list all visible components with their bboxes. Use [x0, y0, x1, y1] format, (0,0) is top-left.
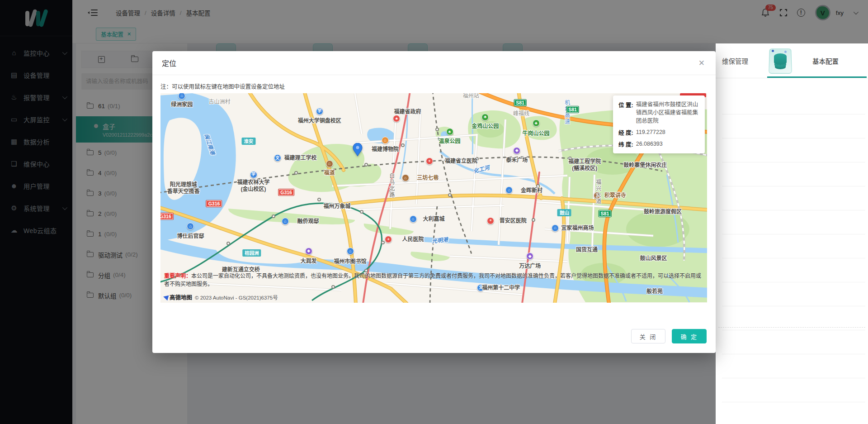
latitude-label: 纬 度: — [618, 140, 633, 148]
active-tab-underline — [767, 76, 867, 78]
close-button[interactable]: 关 闭 — [631, 329, 666, 343]
location-modal: 定位 ✕ 注：可以使用鼠标左键在地图中设置设备定位地址 — [152, 51, 716, 353]
form-rows-edge — [722, 91, 865, 424]
map-disclaimer: 重要声明：本公司是一家自动化公司，不具备大地测绘资质，也没有地图业务。我司的地图… — [164, 272, 703, 288]
amap-brand: 高德地图 — [170, 293, 192, 301]
longitude-value: 119.277228 — [636, 128, 665, 137]
modal-close-icon[interactable]: ✕ — [698, 59, 705, 67]
disclaimer-text: 本公司是一家自动化公司，不具备大地测绘资质，也没有地图业务。我司的地图数据源自于… — [164, 273, 701, 287]
map-copyright: © 2023 AutoNavi - GS(2021)6375号 — [195, 294, 278, 301]
tab-basic-config[interactable]: 基本配置 — [812, 56, 839, 66]
tab-maintenance[interactable]: 维保管理 — [722, 56, 748, 66]
modal-title: 定位 — [162, 57, 176, 68]
location-label: 位 置: — [618, 100, 633, 125]
longitude-label: 经 度: — [618, 128, 633, 137]
location-info-box: 位 置: 福建省福州市鼓楼区洪山镇西凤小区福建省福能集团总医院 经 度: 119… — [613, 95, 705, 153]
amap-triangle-icon — [163, 294, 169, 300]
disclaimer-prefix: 重要声明： — [164, 273, 191, 279]
amap-logo: 高德地图 — [163, 293, 192, 301]
map[interactable]: ⌂学★♣♣♣⌂文⌂+◆⌂⌂学⌂⌂+⌂⌂+◆⌂⌂◆文 绿洲家园古山洲村福州站福州大… — [160, 93, 707, 303]
content-right-panel: 维保管理 基本配置 — [716, 43, 868, 424]
modal-note: 注：可以使用鼠标左键在地图中设置设备定位地址 — [160, 82, 708, 91]
latitude-value: 26.086393 — [636, 140, 663, 148]
location-value: 福建省福州市鼓楼区洪山镇西凤小区福建省福能集团总医院 — [636, 100, 699, 125]
confirm-button[interactable]: 确 定 — [672, 329, 707, 343]
basic-config-3d-icon — [769, 48, 792, 73]
